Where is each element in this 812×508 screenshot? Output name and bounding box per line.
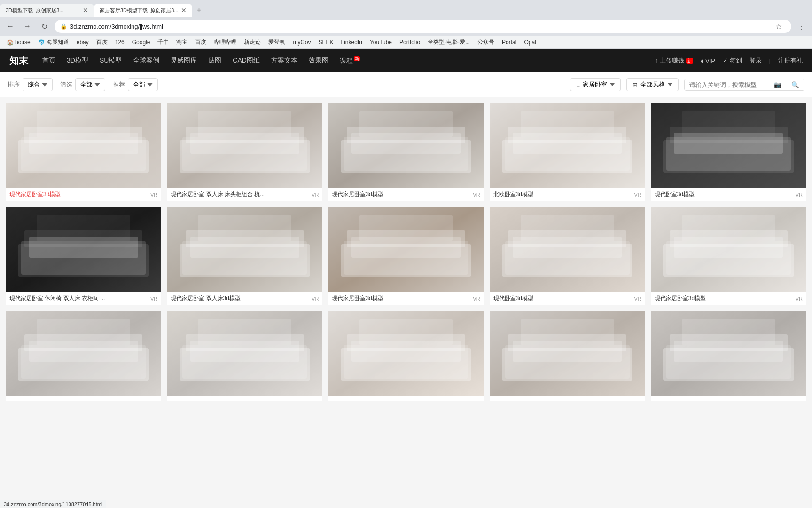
reload-button[interactable]: ↻	[38, 20, 51, 33]
register-button[interactable]: 注册有礼	[778, 56, 803, 65]
bookmark-portal[interactable]: Portal	[499, 38, 519, 47]
card-15-preview-button[interactable]: ⊞	[671, 381, 683, 392]
tab-1-close[interactable]: ✕	[83, 7, 88, 14]
card-7[interactable]: ☆ ⊞ 现代家居卧室 双人床3d模型 VR	[167, 207, 322, 305]
upload-earn-button[interactable]: ↑ 上传赚钱新	[655, 56, 693, 65]
card-4-preview-button[interactable]: ⊞	[510, 174, 522, 184]
nav-renders[interactable]: 效果图	[309, 56, 328, 65]
card-1-preview-button[interactable]: ⊞	[26, 174, 38, 184]
nav-su-model[interactable]: SU模型	[100, 56, 122, 65]
bookmark-google[interactable]: Google	[129, 38, 153, 47]
nav-cad[interactable]: CAD图纸	[233, 56, 260, 65]
card-11[interactable]: ☆ ⊞	[6, 311, 161, 401]
card-5[interactable]: ☆ ⊞ 现代卧室3d模型 VR	[651, 103, 806, 201]
card-14[interactable]: ☆ ⊞	[490, 311, 645, 401]
bookmark-baidu1[interactable]: 百度	[94, 37, 110, 47]
card-1-favorite-button[interactable]: ☆	[9, 174, 22, 184]
card-14-preview-button[interactable]: ⊞	[510, 381, 522, 392]
url-bar[interactable]: 🔒 3d.znzmo.com/3dmoxing/jjws.html ☆	[55, 20, 791, 33]
card-5-preview-button[interactable]: ⊞	[671, 174, 683, 184]
card-15[interactable]: ☆ ⊞	[651, 311, 806, 401]
filter-select[interactable]: 全部	[75, 78, 105, 91]
card-4[interactable]: ☆ ⊞ 北欧卧室3d模型 VR	[490, 103, 645, 201]
bookmark-qianniu[interactable]: 千牛	[155, 37, 172, 47]
site-logo[interactable]: 知末	[9, 55, 28, 67]
tab-1[interactable]: 3D模型下载_原创家居3... ✕	[0, 4, 94, 17]
card-2-preview-button[interactable]: ⊞	[187, 174, 199, 184]
card-14-favorite-button[interactable]: ☆	[493, 381, 506, 392]
card-15-favorite-button[interactable]: ☆	[655, 381, 667, 392]
search-box[interactable]: 📷 🔍	[684, 79, 804, 91]
search-button[interactable]: 🔍	[787, 79, 804, 90]
vip-button[interactable]: ♦ VIP	[701, 57, 715, 64]
card-7-preview-button[interactable]: ⊞	[187, 278, 199, 288]
nav-global-cases[interactable]: 全球案例	[133, 56, 159, 65]
card-3-preview-button[interactable]: ⊞	[348, 174, 360, 184]
card-10[interactable]: ☆ ⊞ 现代家居卧室3d模型 VR	[651, 207, 806, 305]
bookmark-youtube[interactable]: YouTube	[367, 38, 395, 47]
card-5-favorite-button[interactable]: ☆	[655, 174, 667, 184]
bookmark-126[interactable]: 126	[112, 38, 127, 47]
bookmark-star-icon[interactable]: ☆	[772, 22, 786, 31]
card-13-preview-button[interactable]: ⊞	[348, 381, 360, 392]
bookmark-baidu2[interactable]: 百度	[192, 37, 209, 47]
bookmark-ebay[interactable]: ebay	[74, 38, 92, 47]
card-13-favorite-button[interactable]: ☆	[332, 381, 344, 392]
nav-courses[interactable]: 课程新	[340, 56, 360, 65]
card-12-preview-button[interactable]: ⊞	[187, 381, 199, 392]
style-select[interactable]: ⊞ 全部风格	[626, 78, 679, 91]
bookmark-portfolio[interactable]: Portfolio	[397, 38, 423, 47]
forward-button[interactable]: →	[21, 20, 34, 33]
card-6[interactable]: ☆ ⊞ 现代家居卧室 休闲椅 双人床 衣柜间 ... VR	[6, 207, 161, 305]
search-input[interactable]	[685, 79, 769, 90]
card-12[interactable]: ☆ ⊞	[167, 311, 322, 401]
bookmark-aidengfan[interactable]: 爱登帆	[265, 37, 288, 47]
card-1[interactable]: ☆ ⊞ 现代家居卧室3d模型 VR	[6, 103, 161, 201]
card-9-favorite-button[interactable]: ☆	[493, 278, 506, 288]
card-7-favorite-button[interactable]: ☆	[171, 278, 183, 288]
bookmark-alltype[interactable]: 全类型-电影-爱...	[425, 37, 473, 47]
bookmark-wechat[interactable]: 公众号	[475, 37, 497, 47]
card-12-favorite-button[interactable]: ☆	[171, 381, 183, 392]
bookmark-house[interactable]: 🏠 house	[4, 38, 33, 47]
tab-2-close[interactable]: ✕	[181, 7, 187, 14]
card-9[interactable]: ☆ ⊞ 现代卧室3d模型 VR	[490, 207, 645, 305]
card-6-preview-button[interactable]: ⊞	[26, 278, 38, 288]
bookmark-seek[interactable]: SEEK	[315, 38, 336, 47]
tab-2[interactable]: 家居客厅3D模型下载_原创家居3... ✕	[94, 4, 192, 17]
signin-button[interactable]: ✓ 签到	[723, 56, 742, 65]
bookmark-mygov[interactable]: myGov	[290, 38, 313, 47]
card-8[interactable]: ☆ ⊞ 现代家居卧室3d模型 VR	[328, 207, 484, 305]
nav-textures[interactable]: 贴图	[208, 56, 221, 65]
card-8-preview-button[interactable]: ⊞	[348, 278, 360, 288]
sort-select[interactable]: 综合	[23, 78, 53, 91]
nav-inspiration[interactable]: 灵感图库	[171, 56, 197, 65]
bookmark-bilibili[interactable]: 哔哩哔哩	[211, 37, 239, 47]
camera-search-button[interactable]: 📷	[769, 79, 787, 90]
recommend-select[interactable]: 全部	[128, 78, 158, 91]
bookmark-opal[interactable]: Opal	[521, 38, 539, 47]
bookmark-linkedin[interactable]: LinkedIn	[338, 38, 365, 47]
bookmark-taobao[interactable]: 淘宝	[173, 37, 190, 47]
card-13[interactable]: ☆ ⊞	[328, 311, 484, 401]
login-button[interactable]: 登录	[750, 56, 762, 65]
card-9-preview-button[interactable]: ⊞	[510, 278, 522, 288]
card-3-favorite-button[interactable]: ☆	[332, 174, 344, 184]
back-button[interactable]: ←	[4, 20, 17, 33]
new-tab-button[interactable]: +	[192, 4, 205, 17]
nav-home[interactable]: 首页	[42, 56, 55, 65]
card-10-preview-button[interactable]: ⊞	[671, 278, 683, 288]
card-2-favorite-button[interactable]: ☆	[171, 174, 183, 184]
category-select[interactable]: ≡ 家居卧室	[570, 78, 621, 91]
card-8-favorite-button[interactable]: ☆	[332, 278, 344, 288]
card-11-preview-button[interactable]: ⊞	[26, 381, 38, 392]
card-11-favorite-button[interactable]: ☆	[9, 381, 22, 392]
nav-schemes[interactable]: 方案文本	[271, 56, 297, 65]
card-10-favorite-button[interactable]: ☆	[655, 278, 667, 288]
card-2[interactable]: ☆ ⊞ 现代家居卧室 双人床 床头柜组合 梳... VR	[167, 103, 322, 201]
bookmark-haitun[interactable]: 🐬 海豚知道	[35, 37, 72, 47]
extensions-button[interactable]: ⋮	[795, 20, 808, 33]
nav-3d-model[interactable]: 3D模型	[67, 56, 88, 65]
card-3[interactable]: ☆ ⊞ 现代家居卧室3d模型 VR	[328, 103, 484, 201]
bookmark-xinzouji[interactable]: 新走迹	[241, 37, 264, 47]
